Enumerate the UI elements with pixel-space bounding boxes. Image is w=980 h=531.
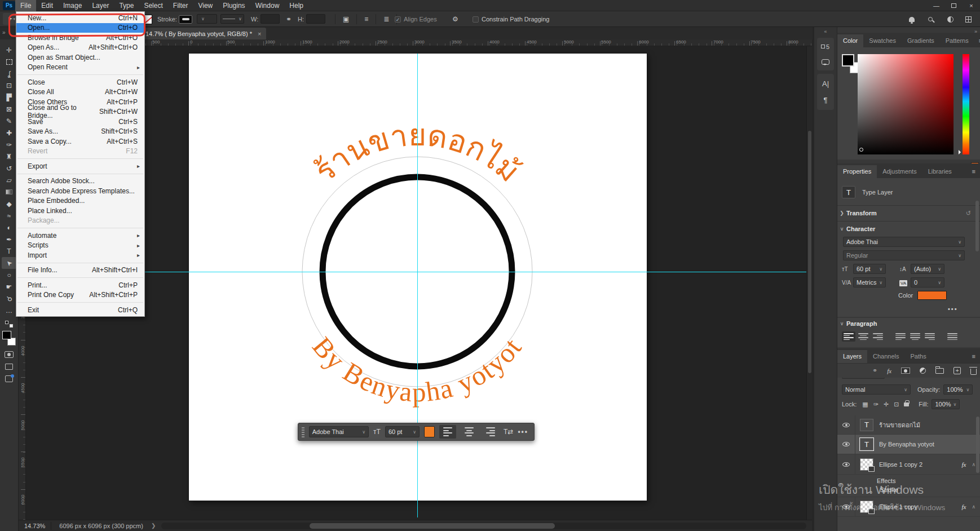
tab-channels[interactable]: Channels <box>867 350 904 363</box>
share-image-button[interactable] <box>5 375 13 382</box>
justify-center-button[interactable] <box>908 331 922 342</box>
layer-name[interactable]: By Benyapha yotyot <box>879 441 934 448</box>
lock-transparency-icon[interactable]: ▦ <box>862 401 868 408</box>
history-brush-tool[interactable]: ↺ <box>2 162 16 174</box>
stroke-width-select[interactable] <box>197 14 217 24</box>
font-size-select[interactable]: 60 pt <box>853 264 886 274</box>
expand-panels-icon[interactable]: « <box>814 27 837 34</box>
menu-help[interactable]: Help <box>284 0 308 11</box>
menu-item-place-embedded[interactable]: Place Embedded... <box>16 196 144 206</box>
justify-all-button[interactable] <box>946 331 959 342</box>
version-history-panel-icon[interactable] <box>821 43 830 51</box>
foreground-color[interactable] <box>842 54 854 67</box>
menu-item-open-as[interactable]: Open As...Alt+Shift+Ctrl+O <box>16 43 144 53</box>
align-center-button[interactable] <box>461 425 478 439</box>
add-mask-icon[interactable] <box>901 368 910 374</box>
hand-tool[interactable]: ☛ <box>2 281 16 293</box>
scrollbar-thumb[interactable] <box>310 523 555 529</box>
tab-paths[interactable]: Paths <box>905 350 932 363</box>
toolbar-expand-icon[interactable]: » <box>2 29 6 36</box>
gradient-tool[interactable] <box>2 186 16 198</box>
tab-color[interactable]: Color <box>837 34 863 47</box>
menu-item-import[interactable]: Import <box>16 250 144 260</box>
text-color-swatch[interactable] <box>424 426 435 437</box>
notifications-bell-icon[interactable] <box>909 17 915 22</box>
font-family-select[interactable]: Adobe Thai <box>843 237 965 247</box>
menu-item-save-as[interactable]: Save As...Shift+Ctrl+S <box>16 127 144 137</box>
shape-layer-thumbnail[interactable] <box>860 458 873 471</box>
menu-item-search-express-templates[interactable]: Search Adobe Express Templates... <box>16 186 144 196</box>
layer-style-icon[interactable]: fx <box>887 368 891 374</box>
panel-menu-icon[interactable]: ≡ <box>968 168 980 178</box>
status-chevron-icon[interactable]: ❯ <box>151 523 156 529</box>
eyedropper-tool[interactable]: ✎ <box>2 115 16 127</box>
menu-filter[interactable]: Filter <box>168 0 193 11</box>
menu-window[interactable]: Window <box>250 0 285 11</box>
color-spectrum[interactable] <box>858 54 953 154</box>
path-operations-icon[interactable]: ▣ <box>343 15 349 23</box>
fx-badge[interactable]: fx <box>961 503 966 510</box>
tab-libraries[interactable]: Libraries <box>922 165 957 178</box>
paragraph-section-header[interactable]: Paragraph <box>846 320 877 327</box>
stroke-type-select[interactable] <box>220 14 244 24</box>
visibility-cell[interactable] <box>837 497 855 516</box>
panel-scrollbar[interactable] <box>975 201 979 251</box>
tab-properties[interactable]: Properties <box>837 165 877 178</box>
dodge-tool[interactable]: ◐ <box>2 222 16 233</box>
tracking-select[interactable]: 0 <box>911 277 944 287</box>
chevron-down-icon[interactable]: ∨ <box>837 226 846 232</box>
shape-layer-thumbnail[interactable] <box>860 501 873 513</box>
shape-width-input[interactable] <box>261 14 280 24</box>
spot-healing-tool[interactable]: ✚ <box>2 127 16 139</box>
contrast-icon[interactable] <box>947 16 953 23</box>
menu-item-place-linked[interactable]: Place Linked... <box>16 206 144 216</box>
character-panel-toggle-icon[interactable]: T⇄ <box>504 428 513 436</box>
path-arrangement-icon[interactable]: ≣ <box>383 15 389 23</box>
transform-section-header[interactable]: Transform <box>846 210 877 216</box>
paragraph-panel-icon[interactable]: ¶ <box>824 96 828 104</box>
align-right-button[interactable] <box>871 331 885 342</box>
menu-item-print[interactable]: Print...Ctrl+P <box>16 280 144 290</box>
eye-icon[interactable] <box>842 442 850 446</box>
layer-name[interactable]: Ellipse 1 copy <box>879 503 917 510</box>
menu-item-save[interactable]: SaveCtrl+S <box>16 117 144 127</box>
zoom-level-field[interactable]: 14.73% <box>19 523 51 529</box>
ellipse-tool[interactable]: ○ <box>2 269 16 281</box>
lock-position-icon[interactable]: ✛ <box>884 401 889 408</box>
tab-layers[interactable]: Layers <box>837 350 867 363</box>
lock-pixels-icon[interactable]: ✑ <box>873 401 879 408</box>
align-left-button[interactable] <box>439 425 456 439</box>
lasso-tool[interactable]: ʆ <box>2 68 16 79</box>
menu-item-file-info[interactable]: File Info...Alt+Shift+Ctrl+I <box>16 266 144 276</box>
layer-row[interactable]: Ellipse 1 copy 2 fx ∧ <box>837 454 980 475</box>
menu-item-open-recent[interactable]: Open Recent <box>16 63 144 73</box>
text-layer-thumbnail[interactable]: T <box>860 438 873 450</box>
new-layer-icon[interactable]: + <box>953 367 961 374</box>
menu-layer[interactable]: Layer <box>87 0 114 11</box>
fx-badge[interactable]: fx <box>961 461 966 468</box>
panel-menu-icon[interactable]: ≡ <box>968 353 980 363</box>
stroke-effect-row[interactable]: Stroke <box>880 486 980 493</box>
menu-item-open-smart-object[interactable]: Open as Smart Object... <box>16 52 144 63</box>
hue-slider[interactable] <box>963 54 969 154</box>
align-edges-checkbox[interactable]: ✓ <box>395 16 401 23</box>
collapse-effects-icon[interactable]: ∧ <box>972 462 975 467</box>
quick-mask-button[interactable] <box>5 351 14 358</box>
visibility-cell[interactable] <box>837 454 855 474</box>
effects-row[interactable]: Effects <box>877 477 980 484</box>
layer-name[interactable]: Ellipse 1 copy 2 <box>879 461 922 468</box>
clone-stamp-tool[interactable]: ♜ <box>2 151 16 162</box>
menu-item-print-one-copy[interactable]: Print One CopyAlt+Shift+Ctrl+P <box>16 290 144 300</box>
kerning-select[interactable]: Metrics <box>853 277 886 287</box>
maximize-button[interactable] <box>945 0 963 11</box>
scrollbar-thumb[interactable] <box>808 131 811 373</box>
menu-item-save-a-copy[interactable]: Save a Copy...Alt+Ctrl+S <box>16 136 144 147</box>
text-color-swatch[interactable] <box>917 291 947 300</box>
leading-select[interactable]: (Auto) <box>911 264 944 274</box>
menu-item-automate[interactable]: Automate <box>16 231 144 241</box>
panel-menu-icon[interactable]: ≡ <box>974 37 980 47</box>
character-section-header[interactable]: Character <box>846 225 875 232</box>
close-button[interactable]: × <box>963 0 980 11</box>
chevron-down-icon[interactable]: ∨ <box>837 321 846 326</box>
color-picker-dot[interactable] <box>859 148 863 152</box>
